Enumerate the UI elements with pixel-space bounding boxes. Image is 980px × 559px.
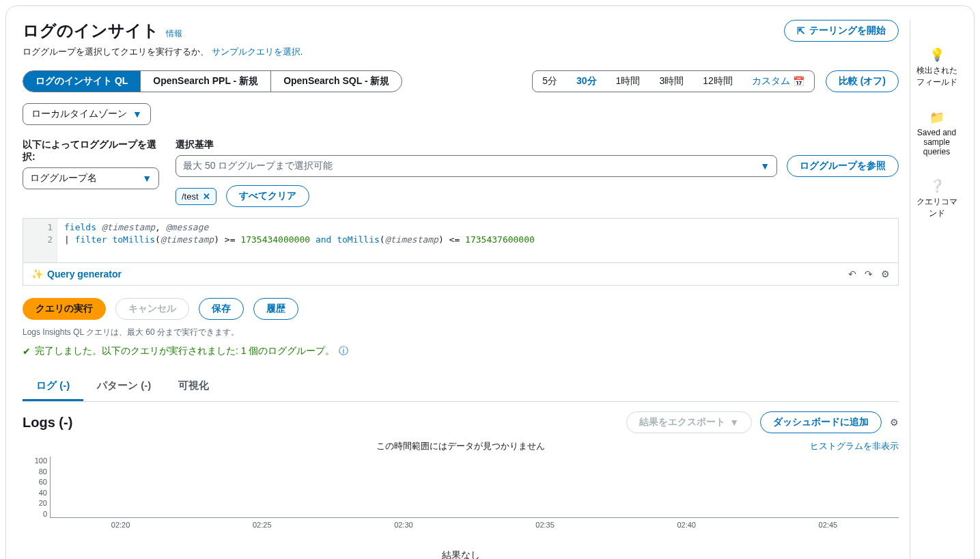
save-button[interactable]: 保存 (199, 298, 244, 320)
x-axis: 02:20 02:25 02:30 02:35 02:40 02:45 (50, 521, 899, 529)
compare-button[interactable]: 比較 (オフ) (826, 70, 899, 92)
query-editor[interactable]: 12 fields @timestamp, @message | filter … (23, 218, 899, 263)
tab-patterns[interactable]: パターン (-) (83, 372, 165, 401)
caret-down-icon: ▼ (142, 173, 152, 184)
status-message: ✔ 完了しました。以下のクエリが実行されました: 1 個のロググループ。 ⓘ (23, 345, 899, 357)
add-to-dashboard-button[interactable]: ダッシュボードに追加 (760, 411, 882, 433)
runtime-note: Logs Insights QL クエリは、最大 60 分まで実行できます。 (23, 327, 899, 338)
results-tabs: ログ (-) パターン (-) 可視化 (23, 372, 899, 402)
hide-histogram-link[interactable]: ヒストグラムを非表示 (810, 440, 899, 452)
tab-insights-ql[interactable]: ログのインサイト QL (23, 71, 141, 92)
browse-log-groups-button[interactable]: ロググループを参照 (787, 155, 899, 177)
gear-icon[interactable]: ⚙ (890, 417, 899, 428)
time-30m[interactable]: 30分 (567, 71, 606, 92)
success-icon: ✔ (23, 346, 31, 357)
time-custom[interactable]: カスタム 📅 (742, 71, 814, 92)
time-12h[interactable]: 12時間 (693, 71, 742, 92)
tab-logs[interactable]: ログ (-) (23, 372, 83, 401)
query-language-tabs: ログのインサイト QL OpenSearch PPL - 新規 OpenSear… (23, 70, 402, 92)
undo-icon[interactable]: ↶ (848, 269, 856, 280)
info-link[interactable]: 情報 (166, 29, 182, 38)
logs-title: Logs (-) (23, 415, 72, 431)
timezone-select[interactable]: ローカルタイムゾーン ▼ (23, 103, 151, 125)
time-range-selector: 5分 30分 1時間 3時間 12時間 カスタム 📅 (532, 70, 815, 92)
help-icon: ❔ (916, 178, 957, 193)
query-generator-button[interactable]: ✨ Query generator (31, 269, 122, 280)
subtitle: ロググループを選択してクエリを実行するか、 サンプルクエリを選択. (23, 46, 303, 58)
lightbulb-icon: 💡 (916, 47, 957, 62)
tab-opensearch-sql[interactable]: OpenSearch SQL - 新規 (271, 71, 402, 92)
history-button[interactable]: 履歴 (253, 298, 298, 320)
time-1h[interactable]: 1時間 (606, 71, 650, 92)
export-results-button: 結果をエクスポート ▼ (626, 411, 752, 433)
caret-down-icon: ▼ (132, 109, 142, 120)
magic-wand-icon: ✨ (31, 269, 43, 280)
external-icon: ⇱ (797, 25, 805, 36)
select-by-dropdown[interactable]: ロググループ名 ▼ (23, 167, 159, 189)
no-results: 結果なし クエリを実行して関連イベントを表示します (23, 549, 899, 559)
query-commands-button[interactable]: ❔ クエリコマンド (916, 178, 957, 219)
tab-opensearch-ppl[interactable]: OpenSearch PPL - 新規 (141, 71, 271, 92)
sample-query-link[interactable]: サンプルクエリを選択 (212, 46, 300, 57)
cancel-button: キャンセル (115, 298, 189, 320)
redo-icon[interactable]: ↷ (865, 269, 873, 280)
saved-queries-button[interactable]: 📁 Saved and sample queries (916, 110, 957, 156)
settings-icon[interactable]: ⚙ (881, 269, 890, 280)
log-group-select[interactable]: 最大 50 ロググループまで選択可能 ▼ (176, 155, 777, 177)
run-query-button[interactable]: クエリの実行 (23, 298, 106, 320)
info-icon[interactable]: ⓘ (339, 345, 348, 357)
caret-down-icon: ▼ (760, 161, 770, 172)
select-by-label: 以下によってロググループを選択: (23, 139, 159, 163)
start-tailing-button[interactable]: ⇱ テーリングを開始 (784, 20, 899, 42)
histogram-chart: 100 80 60 40 20 0 (23, 456, 899, 518)
criteria-label: 選択基準 (176, 139, 899, 151)
page-title: ログのインサイト (23, 21, 159, 40)
time-3h[interactable]: 3時間 (649, 71, 693, 92)
remove-token-icon[interactable]: ✕ (203, 191, 210, 202)
tab-visualization[interactable]: 可視化 (165, 372, 223, 401)
y-axis: 100 80 60 40 20 0 (23, 456, 50, 518)
plot-area (50, 456, 899, 518)
chart-title: この時間範囲にはデータが見つかりません (23, 440, 899, 452)
calendar-icon: 📅 (793, 76, 804, 87)
log-group-token: /test ✕ (176, 188, 216, 205)
detected-fields-button[interactable]: 💡 検出されたフィールド (916, 47, 957, 88)
clear-all-button[interactable]: すべてクリア (226, 185, 309, 207)
caret-down-icon: ▼ (729, 417, 739, 428)
time-5m[interactable]: 5分 (533, 71, 567, 92)
editor-gutter: 12 (23, 219, 57, 262)
folder-icon: 📁 (916, 110, 957, 125)
editor-code: fields @timestamp, @message | filter toM… (23, 219, 898, 262)
